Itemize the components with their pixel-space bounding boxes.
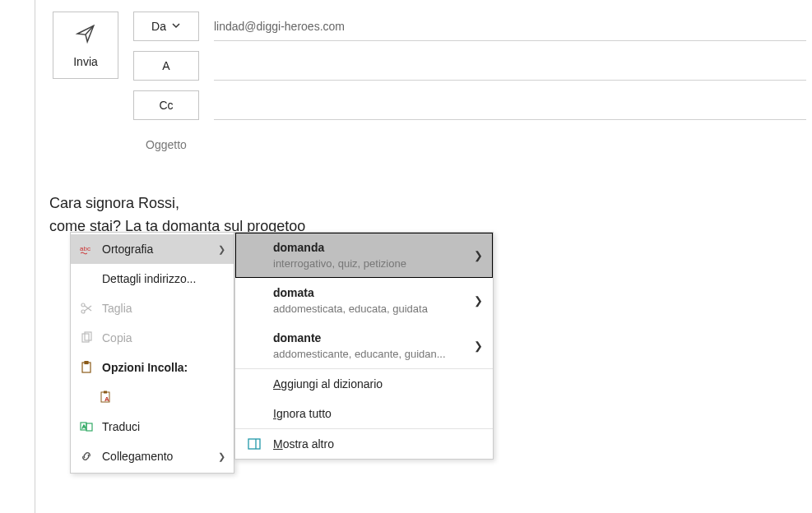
suggestion-synonyms: interrogativo, quiz, petizione bbox=[273, 257, 474, 270]
from-field[interactable] bbox=[214, 12, 806, 41]
cc-button[interactable]: Cc bbox=[133, 90, 199, 120]
suggestion-word: domata bbox=[273, 286, 474, 299]
spelling-flyout: domanda interrogativo, quiz, petizione ❯… bbox=[234, 232, 494, 460]
show-more[interactable]: Mostra altro bbox=[235, 429, 493, 459]
send-label: Invia bbox=[73, 55, 98, 68]
chevron-right-icon: ❯ bbox=[474, 294, 483, 307]
subject-field[interactable] bbox=[214, 130, 806, 159]
suggestion-synonyms: addomesticante, educante, guidan... bbox=[273, 348, 474, 360]
ctx-copy: Copia bbox=[71, 323, 234, 353]
body-line-1: Cara signora Rossi, bbox=[49, 192, 812, 215]
panel-icon bbox=[247, 437, 262, 451]
svg-text:A: A bbox=[104, 395, 109, 403]
ctx-link-label: Collegamento bbox=[102, 450, 210, 463]
ctx-paste-options: Opzioni Incolla: bbox=[71, 353, 234, 382]
add-to-dict-label: Aggiungi al dizionario bbox=[273, 377, 383, 391]
suggestion-word: domanda bbox=[273, 241, 474, 254]
blank-icon bbox=[79, 271, 94, 286]
context-menu: abc Ortografia ❯ Dettagli indirizzo... T… bbox=[70, 232, 234, 474]
add-to-dictionary[interactable]: Aggiungi al dizionario bbox=[235, 369, 493, 399]
from-label: Da bbox=[151, 20, 166, 33]
cc-row: Cc bbox=[133, 90, 806, 120]
spelling-icon: abc bbox=[79, 242, 94, 256]
link-icon bbox=[79, 449, 94, 464]
message-body[interactable]: Cara signora Rossi, come stai? La ta dom… bbox=[0, 159, 812, 238]
subject-row: Oggetto bbox=[133, 130, 806, 159]
to-label: A bbox=[162, 59, 169, 72]
ctx-link[interactable]: Collegamento ❯ bbox=[71, 441, 234, 471]
suggestion-0[interactable]: domanda interrogativo, quiz, petizione ❯ bbox=[235, 233, 493, 278]
ctx-spelling-label: Ortografia bbox=[102, 243, 210, 256]
chevron-right-icon: ❯ bbox=[474, 249, 483, 261]
chevron-right-icon: ❯ bbox=[218, 244, 225, 255]
to-button[interactable]: A bbox=[133, 51, 199, 81]
vertical-rule bbox=[35, 0, 35, 513]
svg-rect-14 bbox=[86, 423, 92, 431]
svg-rect-11 bbox=[104, 391, 107, 394]
translate-icon: A bbox=[79, 419, 94, 434]
svg-point-2 bbox=[81, 310, 85, 313]
paste-keep-source-icon: A bbox=[99, 390, 114, 404]
svg-point-3 bbox=[81, 303, 85, 307]
ctx-cut-label: Taglia bbox=[102, 302, 225, 315]
ignore-all[interactable]: Ignora tutto bbox=[235, 399, 493, 428]
cc-label: Cc bbox=[159, 99, 173, 112]
send-icon bbox=[75, 23, 96, 47]
show-more-label: Mostra altro bbox=[273, 437, 334, 451]
ctx-spelling[interactable]: abc Ortografia ❯ bbox=[71, 234, 234, 264]
ctx-copy-label: Copia bbox=[102, 331, 225, 344]
svg-text:A: A bbox=[82, 424, 86, 429]
svg-rect-9 bbox=[85, 362, 88, 364]
subject-label: Oggetto bbox=[133, 138, 199, 151]
ctx-paste-label: Opzioni Incolla: bbox=[102, 361, 225, 374]
suggestion-synonyms: addomesticata, educata, guidata bbox=[273, 303, 474, 315]
send-button[interactable]: Invia bbox=[53, 12, 118, 79]
ctx-address-label: Dettagli indirizzo... bbox=[102, 272, 225, 285]
ctx-cut: Taglia bbox=[71, 293, 234, 323]
compose-header: Invia Da A Cc Oggetto bbox=[0, 0, 812, 159]
ignore-all-label: Ignora tutto bbox=[273, 407, 332, 420]
suggestion-2[interactable]: domante addomesticante, educante, guidan… bbox=[235, 323, 493, 368]
from-row: Da bbox=[133, 12, 806, 41]
svg-text:abc: abc bbox=[80, 245, 90, 252]
ctx-translate-label: Traduci bbox=[102, 420, 225, 433]
scissors-icon bbox=[79, 301, 94, 316]
ctx-address-details[interactable]: Dettagli indirizzo... bbox=[71, 264, 234, 293]
ctx-paste-keep-source[interactable]: A bbox=[71, 382, 234, 412]
from-button[interactable]: Da bbox=[133, 12, 199, 41]
clipboard-icon bbox=[79, 360, 94, 375]
to-field[interactable] bbox=[214, 51, 806, 81]
header-fields: Da A Cc Oggetto bbox=[133, 12, 806, 159]
chevron-right-icon: ❯ bbox=[474, 340, 483, 352]
cc-field[interactable] bbox=[214, 90, 806, 120]
copy-icon bbox=[79, 330, 94, 345]
ctx-translate[interactable]: A Traduci bbox=[71, 412, 234, 441]
suggestion-1[interactable]: domata addomesticata, educata, guidata ❯ bbox=[235, 278, 493, 323]
svg-rect-16 bbox=[248, 439, 260, 449]
chevron-down-icon bbox=[171, 20, 181, 33]
chevron-right-icon: ❯ bbox=[218, 451, 225, 462]
to-row: A bbox=[133, 51, 806, 81]
suggestion-word: domante bbox=[273, 331, 474, 344]
